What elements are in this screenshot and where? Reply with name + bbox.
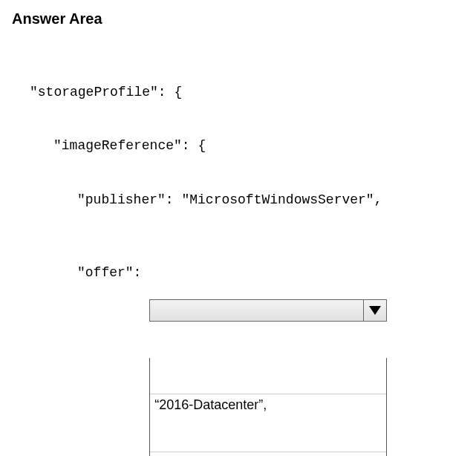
offer-option[interactable]: “WindowsClient”,	[150, 452, 386, 456]
code-key-offer: "offer":	[77, 264, 141, 281]
code-line: "publisher": "MicrosoftWindowsServer",	[77, 191, 464, 209]
code-line: "imageReference": {	[53, 137, 464, 154]
offer-dropdown[interactable]	[149, 299, 387, 322]
offer-options-list: “2016-Datacenter”, “WindowsClient”, “Win…	[149, 358, 387, 456]
page-title: Answer Area	[12, 9, 464, 29]
svg-marker-0	[369, 306, 381, 315]
code-line: "storageProfile": {	[30, 83, 464, 101]
offer-dropdown-value	[150, 300, 363, 321]
chevron-down-icon	[363, 300, 386, 321]
offer-option[interactable]: “2016-Datacenter”,	[150, 394, 386, 415]
